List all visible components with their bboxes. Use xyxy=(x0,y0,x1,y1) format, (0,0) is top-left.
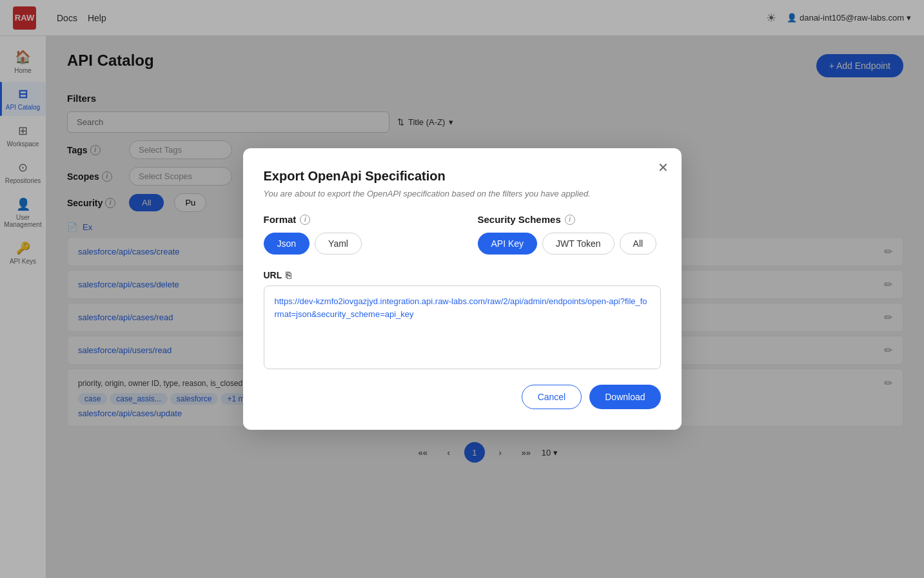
format-section-title: Format i xyxy=(264,214,447,225)
security-schemes-title: Security Schemes i xyxy=(478,214,661,225)
url-section: URL ⎘ https://dev-kzmfo2iovgazjyd.integr… xyxy=(264,270,661,369)
export-modal: Export OpenApi Specification ✕ You are a… xyxy=(243,148,682,430)
format-yaml-button[interactable]: Yaml xyxy=(315,233,362,255)
security-schemes-label: Security Schemes xyxy=(478,214,561,225)
security-scheme-options: API Key JWT Token All xyxy=(478,233,661,255)
jwt-token-button[interactable]: JWT Token xyxy=(542,233,614,255)
url-value: https://dev-kzmfo2iovgazjyd.integration.… xyxy=(275,296,647,319)
format-section: Format i Json Yaml xyxy=(264,214,447,255)
security-schemes-info-icon[interactable]: i xyxy=(565,215,575,225)
url-label: URL ⎘ xyxy=(264,270,661,280)
copy-icon[interactable]: ⎘ xyxy=(286,270,291,280)
api-key-button[interactable]: API Key xyxy=(478,233,538,255)
modal-title: Export OpenApi Specification xyxy=(264,169,661,184)
format-options: Json Yaml xyxy=(264,233,447,255)
format-json-button[interactable]: Json xyxy=(264,233,310,255)
modal-close-button[interactable]: ✕ xyxy=(658,161,669,174)
url-box: https://dev-kzmfo2iovgazjyd.integration.… xyxy=(264,285,661,369)
download-button[interactable]: Download xyxy=(589,385,660,409)
modal-footer: Cancel Download xyxy=(264,385,661,409)
modal-subtitle: You are about to export the OpenAPI spec… xyxy=(264,189,661,198)
format-label: Format xyxy=(264,214,297,225)
all-schemes-button[interactable]: All xyxy=(620,233,657,255)
format-info-icon[interactable]: i xyxy=(300,215,310,225)
modal-overlay[interactable]: Export OpenApi Specification ✕ You are a… xyxy=(0,0,924,578)
modal-sections: Format i Json Yaml Security Schemes i AP… xyxy=(264,214,661,255)
cancel-button[interactable]: Cancel xyxy=(522,385,582,409)
security-schemes-section: Security Schemes i API Key JWT Token All xyxy=(478,214,661,255)
